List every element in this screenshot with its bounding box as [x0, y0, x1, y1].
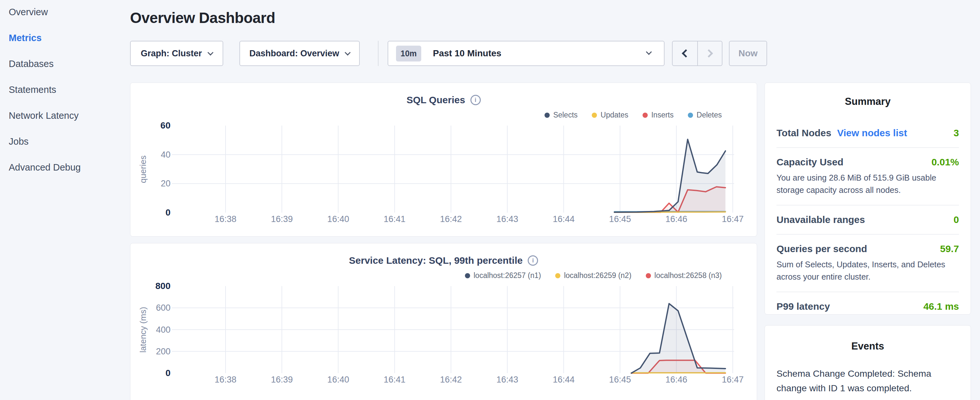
summary-row-total-nodes: Total Nodes View nodes list 3	[776, 127, 959, 139]
svg-text:queries: queries	[138, 155, 148, 183]
chevron-left-icon	[682, 49, 690, 57]
sidebar: Overview Metrics Databases Statements Ne…	[0, 0, 129, 400]
sidebar-item-databases[interactable]: Databases	[9, 58, 129, 69]
svg-text:0: 0	[165, 207, 170, 217]
summary-row-p99-latency: P99 latency 46.1 ms	[776, 301, 959, 312]
sql-queries-chart-card: SQL Queries i SelectsUpdatesInsertsDelet…	[130, 83, 757, 237]
summary-row-value: 3	[953, 127, 959, 139]
chart-title: Service Latency: SQL, 99th percentile	[349, 255, 523, 266]
svg-text:16:40: 16:40	[328, 375, 349, 384]
svg-text:20: 20	[161, 178, 170, 188]
sidebar-item-jobs[interactable]: Jobs	[9, 136, 129, 147]
svg-text:16:44: 16:44	[553, 375, 574, 384]
summary-row-queries-per-second: Queries per second 59.7	[776, 243, 959, 254]
graph-dropdown[interactable]: Graph: Cluster	[130, 41, 223, 66]
chart-title: SQL Queries	[406, 94, 465, 105]
svg-text:16:38: 16:38	[215, 375, 237, 384]
svg-text:600: 600	[156, 303, 170, 312]
svg-text:16:41: 16:41	[384, 375, 406, 384]
svg-text:40: 40	[161, 150, 170, 159]
svg-text:800: 800	[155, 281, 170, 291]
divider	[776, 292, 959, 292]
chart-plot[interactable]: 16:3816:3916:4016:4116:4216:4316:4416:45…	[133, 277, 754, 387]
summary-row-label: P99 latency	[776, 301, 830, 312]
controls-divider	[378, 41, 379, 66]
svg-text:16:42: 16:42	[440, 214, 462, 224]
divider	[776, 205, 959, 206]
svg-text:16:41: 16:41	[384, 214, 406, 224]
graph-dropdown-label: Graph: Cluster	[141, 49, 202, 59]
time-range-badge: 10m	[396, 46, 421, 62]
svg-text:60: 60	[161, 120, 170, 131]
summary-row-description: Sum of Selects, Updates, Inserts, and De…	[776, 258, 958, 283]
time-back-button[interactable]	[673, 41, 697, 65]
svg-text:16:43: 16:43	[496, 375, 518, 384]
page-title: Overview Dashboard	[130, 9, 275, 27]
events-panel: Events Schema Change Completed: Schema c…	[765, 325, 971, 400]
event-timestamp: May 13, 2020 at 4:45 PM	[776, 398, 959, 400]
summary-row-value: 46.1 ms	[923, 301, 959, 312]
summary-row-description: You are using 28.6 MiB of 515.9 GiB usab…	[776, 172, 958, 196]
summary-row-label: Unavailable ranges	[776, 214, 865, 225]
summary-row-value: 0	[953, 214, 959, 225]
summary-row-value: 0.01%	[931, 157, 959, 167]
summary-row-capacity-used: Capacity Used 0.01%	[776, 157, 959, 167]
svg-text:16:39: 16:39	[271, 375, 293, 384]
svg-text:16:46: 16:46	[665, 375, 687, 384]
chevron-down-icon	[207, 49, 213, 55]
service-latency-chart-card: Service Latency: SQL, 99th percentile i …	[130, 243, 757, 400]
svg-text:16:38: 16:38	[215, 214, 237, 224]
svg-text:16:39: 16:39	[271, 214, 293, 224]
summary-panel: Summary Total Nodes View nodes list 3 Ca…	[765, 83, 971, 315]
svg-text:400: 400	[156, 325, 170, 335]
summary-row-label: Total Nodes	[776, 127, 831, 139]
sidebar-item-advanced-debug[interactable]: Advanced Debug	[9, 162, 129, 173]
svg-text:16:44: 16:44	[553, 214, 574, 224]
sidebar-item-network-latency[interactable]: Network Latency	[9, 110, 129, 121]
svg-text:200: 200	[156, 347, 170, 356]
summary-title: Summary	[776, 96, 959, 107]
svg-text:16:45: 16:45	[609, 375, 631, 384]
event-text: Schema Change Completed: Schema change w…	[776, 367, 959, 395]
time-range-label: Past 10 Minutes	[433, 48, 501, 59]
event-list-item[interactable]: Schema Change Completed: Schema change w…	[776, 367, 959, 400]
dashboard-dropdown-label: Dashboard: Overview	[250, 49, 339, 59]
svg-text:0: 0	[165, 368, 170, 378]
time-step-buttons	[672, 41, 722, 66]
svg-text:16:45: 16:45	[609, 214, 631, 224]
summary-row-unavailable-ranges: Unavailable ranges 0	[776, 214, 959, 225]
sidebar-item-statements[interactable]: Statements	[9, 84, 129, 95]
dashboard-dropdown[interactable]: Dashboard: Overview	[239, 41, 360, 66]
divider	[776, 234, 959, 234]
divider	[776, 147, 959, 148]
time-forward-button[interactable]	[697, 41, 722, 65]
chart-plot[interactable]: 16:3816:3916:4016:4116:4216:4316:4416:45…	[133, 116, 754, 226]
svg-text:latency (ms): latency (ms)	[138, 307, 148, 353]
summary-row-value: 59.7	[940, 243, 959, 254]
summary-row-label: Queries per second	[776, 243, 867, 254]
svg-text:16:47: 16:47	[722, 214, 744, 224]
info-icon[interactable]: i	[471, 95, 481, 105]
summary-row-label: Capacity Used	[776, 157, 843, 167]
svg-text:16:40: 16:40	[328, 214, 349, 224]
svg-text:16:42: 16:42	[440, 375, 462, 384]
chevron-down-icon	[646, 49, 652, 55]
dashboard-controls: Graph: Cluster Dashboard: Overview 10m P…	[130, 41, 842, 66]
svg-text:16:47: 16:47	[722, 375, 744, 384]
chevron-right-icon	[705, 49, 713, 57]
sidebar-item-metrics[interactable]: Metrics	[9, 32, 129, 43]
svg-text:16:43: 16:43	[496, 214, 518, 224]
info-icon[interactable]: i	[528, 255, 538, 266]
events-title: Events	[776, 341, 959, 352]
now-button[interactable]: Now	[729, 41, 767, 66]
chevron-down-icon	[345, 49, 351, 55]
view-nodes-list-link[interactable]: View nodes list	[837, 127, 907, 139]
time-range-selector[interactable]: 10m Past 10 Minutes	[388, 41, 665, 66]
sidebar-item-overview[interactable]: Overview	[9, 6, 129, 18]
svg-text:16:46: 16:46	[665, 214, 687, 224]
